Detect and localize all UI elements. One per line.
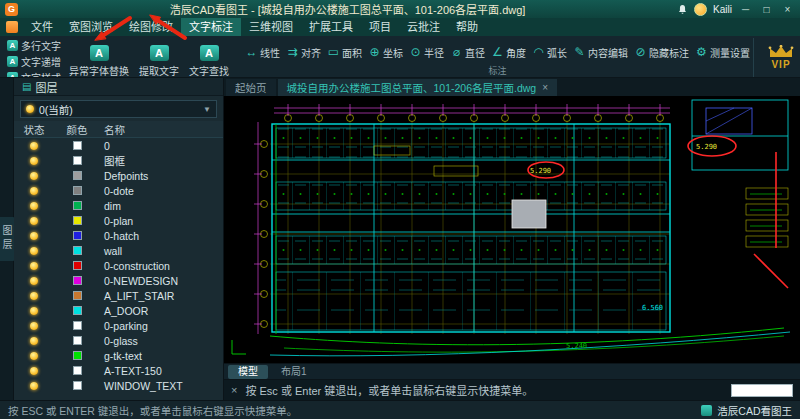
layer-color-swatch[interactable] (73, 276, 82, 285)
layer-visibility-bulb-icon[interactable] (30, 337, 38, 345)
ribbon-small-button-2[interactable]: A文字递增 (4, 54, 64, 68)
layer-visibility-bulb-icon[interactable] (30, 217, 38, 225)
command-input[interactable] (731, 384, 793, 397)
menu-item-2[interactable]: 宽图浏览 (61, 18, 121, 36)
layer-visibility-bulb-icon[interactable] (30, 382, 38, 390)
app-menu-icon[interactable] (6, 21, 18, 33)
layer-color-swatch[interactable] (73, 141, 82, 150)
layer-row[interactable]: 0 (14, 138, 223, 153)
layer-visibility-bulb-icon[interactable] (30, 277, 38, 285)
layer-color-swatch[interactable] (73, 201, 82, 210)
layer-color-cell (54, 306, 100, 315)
layer-color-swatch[interactable] (73, 216, 82, 225)
document-tab-2[interactable]: 城投自用办公楼施工图总平面、101-206各层平面.dwg× (278, 79, 558, 96)
layer-visibility-bulb-icon[interactable] (30, 187, 38, 195)
layer-visibility-bulb-icon[interactable] (30, 232, 38, 240)
layer-visibility-bulb-icon[interactable] (30, 367, 38, 375)
drawing-canvas[interactable]: 5.290 5.290 6.560 5.240 (224, 96, 800, 363)
ribbon-large-button-3[interactable]: A文字查找 (184, 44, 234, 79)
current-layer-dropdown[interactable]: 0(当前) ▼ (20, 100, 217, 118)
layer-row[interactable]: WINDOW_TEXT (14, 378, 223, 393)
layer-row[interactable]: A-TEXT-150 (14, 363, 223, 378)
layer-row[interactable]: 0-hatch (14, 228, 223, 243)
layer-color-swatch[interactable] (73, 291, 82, 300)
layer-row[interactable]: 0-plan (14, 213, 223, 228)
layer-visibility-bulb-icon[interactable] (30, 247, 38, 255)
ribbon-dim-button-10[interactable]: ⊘隐藏标注 (631, 45, 692, 60)
ribbon-dim-button-9[interactable]: ✎内容编辑 (570, 45, 631, 60)
layers-panel-header[interactable]: ▤ 图层 (14, 78, 223, 96)
menu-item-7[interactable]: 项目 (361, 18, 399, 36)
ribbon-dim-button-7[interactable]: ∠角度 (488, 45, 529, 60)
layer-visibility-bulb-icon[interactable] (30, 202, 38, 210)
ribbon-small-button-3[interactable]: A文字样式 (4, 70, 64, 78)
tab-close-icon[interactable]: × (542, 82, 548, 93)
layer-row[interactable]: 0-parking (14, 318, 223, 333)
maximize-button[interactable]: □ (759, 4, 774, 15)
layer-color-swatch[interactable] (73, 306, 82, 315)
layer-visibility-bulb-icon[interactable] (30, 172, 38, 180)
minimize-button[interactable]: ─ (738, 4, 753, 15)
layer-row[interactable]: 0-construction (14, 258, 223, 273)
ribbon-large-button-1[interactable]: A异常字体替换 (64, 44, 134, 79)
menu-item-3[interactable]: 绘图修改 (121, 18, 181, 36)
layer-color-swatch[interactable] (73, 336, 82, 345)
layer-row[interactable]: A_LIFT_STAIR (14, 288, 223, 303)
layer-color-cell (54, 186, 100, 195)
ribbon-dim-button-4[interactable]: ⊕坐标 (365, 45, 406, 60)
layer-row[interactable]: dim (14, 198, 223, 213)
layer-row[interactable]: Defpoints (14, 168, 223, 183)
ribbon-dim-button-3[interactable]: ▭面积 (324, 45, 365, 60)
ribbon-dim-button-11[interactable]: ⚙测量设置 (692, 45, 753, 60)
layer-visibility-bulb-icon[interactable] (30, 142, 38, 150)
layer-visibility-bulb-icon[interactable] (30, 307, 38, 315)
layer-row[interactable]: g-tk-text (14, 348, 223, 363)
layer-color-swatch[interactable] (73, 321, 82, 330)
layer-row[interactable]: 0-glass (14, 333, 223, 348)
menu-item-6[interactable]: 扩展工具 (301, 18, 361, 36)
layer-row[interactable]: 0-dote (14, 183, 223, 198)
layer-row[interactable]: A_DOOR (14, 303, 223, 318)
layer-color-swatch[interactable] (73, 261, 82, 270)
layer-visibility-bulb-icon[interactable] (30, 157, 38, 165)
command-close-icon[interactable]: × (231, 384, 237, 396)
layer-color-swatch[interactable] (73, 351, 82, 360)
layer-color-swatch[interactable] (73, 171, 82, 180)
layer-color-swatch[interactable] (73, 246, 82, 255)
layer-visibility-bulb-icon[interactable] (30, 352, 38, 360)
menu-item-8[interactable]: 云批注 (399, 18, 448, 36)
ribbon-dim-button-6[interactable]: ⌀直径 (447, 45, 488, 60)
sheet-tab-1[interactable]: 模型 (228, 365, 268, 379)
ribbon-large-button-2[interactable]: A提取文字 (134, 44, 184, 79)
menu-item-9[interactable]: 帮助 (448, 18, 486, 36)
menu-item-4[interactable]: 文字标注 (181, 18, 241, 36)
layer-row[interactable]: 图框 (14, 153, 223, 168)
ribbon-dim-button-8[interactable]: ◠弧长 (529, 45, 570, 60)
document-tab-1[interactable]: 起始页 (226, 79, 276, 96)
layer-visibility-bulb-icon[interactable] (30, 262, 38, 270)
ribbon-dim-button-2[interactable]: ⇉对齐 (283, 45, 324, 60)
user-name[interactable]: Kaili (713, 4, 732, 15)
ribbon-small-button-1[interactable]: A多行文字 (4, 38, 64, 52)
notification-bell-icon[interactable] (677, 4, 688, 15)
menu-item-1[interactable]: 文件 (23, 18, 61, 36)
layer-color-swatch[interactable] (73, 366, 82, 375)
side-tab-layers[interactable]: 图层 (0, 217, 15, 261)
menu-item-5[interactable]: 三维视图 (241, 18, 301, 36)
layer-color-swatch[interactable] (73, 231, 82, 240)
user-avatar[interactable] (694, 3, 707, 16)
vip-button[interactable]: VIP (753, 38, 800, 77)
layer-visibility-bulb-icon[interactable] (30, 292, 38, 300)
layer-color-swatch[interactable] (73, 186, 82, 195)
close-button[interactable]: × (780, 4, 795, 15)
layer-color-swatch[interactable] (73, 156, 82, 165)
layer-row[interactable]: 0-NEWDESIGN (14, 273, 223, 288)
vip-label: VIP (771, 59, 790, 70)
layer-visibility-bulb-icon[interactable] (30, 322, 38, 330)
ribbon-dim-button-5[interactable]: ⊙半径 (406, 45, 447, 60)
button-label: 内容编辑 (588, 45, 628, 60)
sheet-tab-2[interactable]: 布局1 (271, 365, 317, 379)
layer-color-swatch[interactable] (73, 381, 82, 390)
layer-row[interactable]: wall (14, 243, 223, 258)
ribbon-dim-button-1[interactable]: ↔线性 (242, 45, 283, 60)
